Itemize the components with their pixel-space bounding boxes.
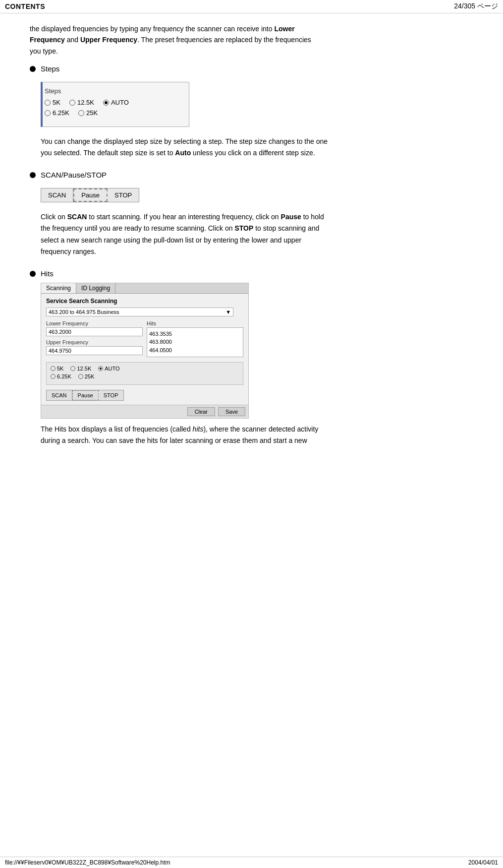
- radio-circle-auto: [103, 100, 109, 106]
- hits-bottom-bar: Clear Save: [41, 405, 248, 418]
- footer-date: 2004/04/01: [468, 859, 498, 866]
- hits-inner: Service Search Scanning 463.200 to 464.9…: [41, 294, 248, 405]
- radio-label-5k: 5K: [53, 99, 60, 106]
- steps-bullet-row: Steps: [30, 64, 473, 73]
- hits-col-right: Hits 463.3535 463.8000 464.0500: [147, 320, 243, 358]
- hits-description: The Hits box displays a list of frequenc…: [41, 424, 473, 446]
- radio-6-25k: 6.25K: [45, 109, 69, 117]
- hits-scan-buttons: SCAN Pause STOP: [46, 390, 124, 401]
- hits-radio-circle-25k: [78, 374, 83, 379]
- steps-description: You can change the displayed step size b…: [41, 136, 473, 159]
- hits-radio-label-5k: 5K: [57, 366, 63, 372]
- pause-button[interactable]: Pause: [73, 188, 108, 202]
- scan-desc: Click on SCAN to start scanning. If you …: [41, 213, 324, 221]
- hits-radio-row-2: 6.25K 25K: [51, 373, 239, 379]
- radio-25k: 25K: [78, 109, 98, 117]
- lower-freq-value: 463.2000: [46, 327, 143, 336]
- hits-radio-5k: 5K: [51, 366, 63, 372]
- hits-tab-idlogging[interactable]: ID Logging: [76, 283, 115, 293]
- hits-radio-label-auto: AUTO: [105, 366, 119, 372]
- bullet-icon: [30, 66, 36, 72]
- hits-tab-scanning[interactable]: Scanning: [41, 283, 76, 293]
- hits-columns: Lower Frequency 463.2000 Upper Frequency…: [46, 320, 243, 358]
- hits-col-left: Lower Frequency 463.2000 Upper Frequency…: [46, 320, 143, 358]
- lower-freq-label: Lower Frequency: [46, 320, 143, 326]
- hits-radio-label-6-25k: 6.25K: [57, 373, 71, 379]
- intro-text3: you type.: [30, 47, 58, 55]
- hits-section-title: Service Search Scanning: [46, 298, 243, 305]
- hits-desc: The Hits box displays a list of frequenc…: [41, 425, 318, 433]
- steps-row-1: 5K 12.5K AUTO: [45, 99, 182, 106]
- hits-scan-button[interactable]: SCAN: [47, 390, 72, 400]
- steps-section: Steps Steps 5K 12.5K AUTO: [30, 64, 473, 159]
- steps-desc1: You can change the displayed step size b…: [41, 137, 328, 145]
- radio-circle-6-25k: [45, 110, 51, 116]
- hits-radio-circle-6-25k: [51, 374, 56, 379]
- hits-label: Hits: [41, 269, 54, 278]
- hits-radio-6-25k: 6.25K: [51, 373, 71, 379]
- hits-stop-button[interactable]: STOP: [99, 390, 123, 400]
- hits-value-1: 463.3535: [149, 330, 241, 338]
- scan-button[interactable]: SCAN: [41, 188, 73, 202]
- hits-screenshot: Scanning ID Logging Service Search Scann…: [41, 283, 249, 419]
- radio-12-5k: 12.5K: [69, 99, 94, 106]
- hits-radio-row-1: 5K 12.5K AUTO: [51, 366, 239, 372]
- stop-button[interactable]: STOP: [108, 188, 139, 202]
- hits-pause-button[interactable]: Pause: [72, 390, 99, 400]
- steps-label: Steps: [41, 64, 59, 73]
- hits-radio-circle-auto: [98, 366, 103, 371]
- hits-tabs: Scanning ID Logging: [41, 283, 248, 294]
- radio-circle-12-5k: [69, 100, 75, 106]
- radio-label-25k: 25K: [86, 109, 98, 117]
- scan-desc4: frequency ranges.: [41, 248, 96, 255]
- radio-label-12-5k: 12.5K: [77, 99, 94, 106]
- radio-circle-25k: [78, 110, 84, 116]
- hits-clear-button[interactable]: Clear: [187, 407, 215, 416]
- scan-buttons-group: SCAN Pause STOP: [41, 188, 139, 202]
- header: CONTENTS 24/305 ページ: [0, 0, 503, 13]
- steps-row-2: 6.25K 25K: [45, 109, 182, 117]
- page-info: 24/305 ページ: [454, 2, 498, 11]
- scan-label: SCAN/Pause/STOP: [41, 171, 107, 179]
- hits-col-label: Hits: [147, 320, 243, 326]
- scan-desc3: select a new search range using the pull…: [41, 236, 301, 244]
- main-content: the displayed frequencies by typing any …: [0, 13, 503, 478]
- intro-text1: the displayed frequencies by typing any …: [30, 25, 295, 33]
- radio-label-6-25k: 6.25K: [53, 109, 69, 117]
- intro-paragraph: the displayed frequencies by typing any …: [30, 23, 473, 57]
- radio-auto: AUTO: [103, 99, 129, 106]
- scan-bullet-row: SCAN/Pause/STOP: [30, 171, 473, 179]
- scan-desc2: the frequency until you are ready to res…: [41, 224, 319, 232]
- hits-value-2: 463.8000: [149, 338, 241, 346]
- intro-text2: Frequency and Upper Frequency. The prese…: [30, 36, 311, 44]
- hits-range-dropdown[interactable]: 463.200 to 464.975 Business ▼: [46, 308, 233, 316]
- upper-freq-label: Upper Frequency: [46, 339, 143, 345]
- hits-range-value: 463.200 to 464.975 Business: [49, 309, 119, 315]
- footer: file://¥¥Fileserv0¥OM¥UB322Z_BC898¥Softw…: [0, 857, 503, 868]
- upper-freq-value: 464.9750: [46, 346, 143, 355]
- hits-steps-section: 5K 12.5K AUTO: [46, 362, 243, 385]
- hits-bullet-row: Hits: [30, 269, 473, 278]
- hits-list: 463.3535 463.8000 464.0500: [147, 327, 243, 357]
- contents-label: CONTENTS: [5, 2, 45, 10]
- radio-label-auto: AUTO: [111, 99, 129, 106]
- hits-radio-auto: AUTO: [98, 366, 119, 372]
- hits-radio-label-12-5k: 12.5K: [77, 366, 91, 372]
- steps-box-title: Steps: [45, 87, 182, 95]
- hits-save-button[interactable]: Save: [218, 407, 245, 416]
- radio-5k: 5K: [45, 99, 60, 106]
- hits-steps-box: 5K 12.5K AUTO: [46, 362, 243, 385]
- footer-url: file://¥¥Fileserv0¥OM¥UB322Z_BC898¥Softw…: [5, 859, 170, 866]
- scan-description: Click on SCAN to start scanning. If you …: [41, 211, 473, 257]
- radio-circle-5k: [45, 100, 51, 106]
- dropdown-arrow-icon: ▼: [225, 309, 231, 315]
- hits-radio-12-5k: 12.5K: [70, 366, 91, 372]
- scan-section: SCAN/Pause/STOP SCAN Pause STOP Click on…: [30, 171, 473, 257]
- steps-desc2: you selected. The default step size is s…: [41, 149, 315, 157]
- hits-radio-25k: 25K: [78, 373, 95, 379]
- hits-value-3: 464.0500: [149, 346, 241, 355]
- hits-section: Hits Scanning ID Logging Service Search …: [30, 269, 473, 446]
- scan-bullet-icon: [30, 172, 36, 178]
- hits-radio-circle-5k: [51, 366, 56, 371]
- hits-bullet-icon: [30, 271, 36, 277]
